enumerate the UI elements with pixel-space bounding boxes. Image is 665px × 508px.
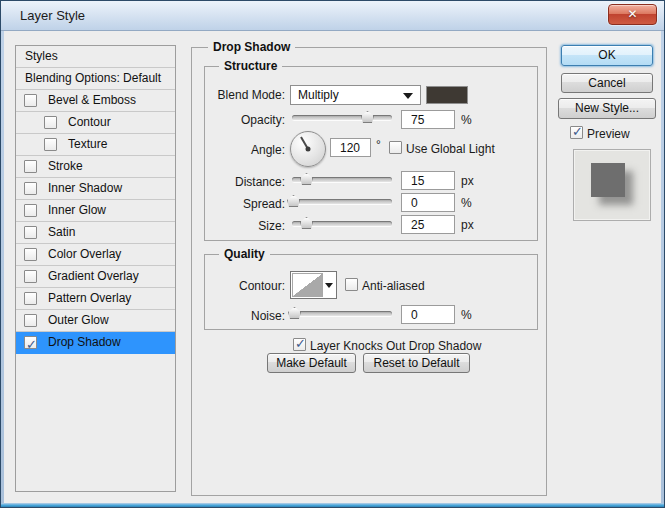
preview-thumbnail: [573, 149, 651, 221]
cancel-button[interactable]: Cancel: [561, 73, 653, 93]
noise-input[interactable]: [401, 305, 455, 324]
sidebar-item-styles[interactable]: Styles: [16, 46, 175, 68]
styles-list: StylesBlending Options: DefaultBevel & E…: [15, 45, 176, 492]
sidebar-item-color-overlay[interactable]: Color Overlay: [16, 244, 175, 266]
sidebar-item-label: Contour: [68, 115, 111, 129]
size-slider-thumb[interactable]: [300, 217, 313, 229]
style-checkbox[interactable]: [24, 182, 37, 195]
sidebar-item-bevel-emboss[interactable]: Bevel & Emboss: [16, 90, 175, 112]
sidebar-item-label: Pattern Overlay: [48, 291, 131, 305]
style-checkbox[interactable]: [24, 292, 37, 305]
use-global-light-label: Use Global Light: [406, 142, 495, 156]
new-style-button[interactable]: New Style...: [558, 98, 656, 119]
title-bar[interactable]: Layer Style ✕: [1, 1, 664, 31]
opacity-slider-track[interactable]: [292, 115, 392, 120]
window-title: Layer Style: [20, 8, 85, 23]
sidebar-item-pattern-overlay[interactable]: Pattern Overlay: [16, 288, 175, 310]
sidebar-item-label: Inner Shadow: [48, 181, 122, 195]
distance-slider-thumb[interactable]: [300, 173, 313, 185]
angle-input[interactable]: [330, 138, 371, 157]
sidebar-item-label: Styles: [25, 49, 58, 63]
spread-slider-thumb[interactable]: [287, 195, 300, 207]
sidebar-item-outer-glow[interactable]: Outer Glow: [16, 310, 175, 332]
style-checkbox[interactable]: [24, 248, 37, 261]
style-checkbox[interactable]: [24, 270, 37, 283]
sidebar-item-gradient-overlay[interactable]: Gradient Overlay: [16, 266, 175, 288]
quality-group: Quality Contour: Anti-aliased Noise: %: [204, 254, 538, 330]
distance-unit: px: [461, 174, 474, 188]
opacity-label: Opacity:: [205, 113, 285, 127]
drop-shadow-group-title: Drop Shadow: [208, 40, 295, 54]
sidebar-item-label: Stroke: [48, 159, 83, 173]
layer-knocks-out-checkbox[interactable]: [293, 338, 306, 351]
sidebar-item-label: Inner Glow: [48, 203, 106, 217]
blend-mode-select[interactable]: Multiply: [290, 85, 421, 105]
style-checkbox[interactable]: [44, 116, 57, 129]
anti-aliased-checkbox[interactable]: [345, 278, 358, 291]
blend-mode-value: Multiply: [298, 88, 339, 102]
reset-to-default-button[interactable]: Reset to Default: [363, 353, 470, 373]
close-icon: ✕: [627, 7, 637, 21]
opacity-input[interactable]: [401, 110, 455, 129]
spread-slider[interactable]: [292, 194, 392, 208]
preview-checkbox[interactable]: [570, 126, 583, 139]
sidebar-item-label: Satin: [48, 225, 75, 239]
style-checkbox[interactable]: [24, 204, 37, 217]
window-frame-right: [661, 31, 664, 507]
layer-knocks-out-label: Layer Knocks Out Drop Shadow: [310, 339, 481, 353]
distance-input[interactable]: [401, 171, 455, 190]
style-checkbox[interactable]: [24, 226, 37, 239]
sidebar-item-texture[interactable]: Texture: [16, 134, 175, 156]
sidebar-item-label: Color Overlay: [48, 247, 121, 261]
make-default-button[interactable]: Make Default: [267, 353, 356, 373]
sidebar-item-label: Outer Glow: [48, 313, 109, 327]
contour-picker[interactable]: [290, 271, 337, 299]
use-global-light-checkbox[interactable]: [389, 141, 402, 154]
noise-slider-thumb[interactable]: [288, 307, 301, 319]
contour-dropdown-arrow-icon: [325, 283, 333, 288]
preview-shadow-square: [591, 163, 625, 197]
sidebar-item-label: Gradient Overlay: [48, 269, 139, 283]
sidebar-item-inner-shadow[interactable]: Inner Shadow: [16, 178, 175, 200]
sidebar-item-inner-glow[interactable]: Inner Glow: [16, 200, 175, 222]
style-checkbox[interactable]: [24, 314, 37, 327]
angle-unit: °: [376, 138, 381, 152]
noise-slider-track[interactable]: [292, 311, 392, 316]
opacity-slider[interactable]: [292, 110, 392, 124]
blend-mode-label: Blend Mode:: [205, 88, 285, 102]
anti-aliased-label: Anti-aliased: [362, 279, 425, 293]
distance-slider[interactable]: [292, 172, 392, 186]
sidebar-item-label: Bevel & Emboss: [48, 93, 136, 107]
angle-label: Angle:: [205, 143, 285, 157]
opacity-slider-thumb[interactable]: [361, 111, 374, 123]
sidebar-item-contour[interactable]: Contour: [16, 112, 175, 134]
style-checkbox[interactable]: [24, 336, 37, 349]
contour-thumbnail: [292, 273, 323, 297]
spread-input[interactable]: [401, 193, 455, 212]
opacity-unit: %: [461, 113, 472, 127]
sidebar-item-blending-options-default[interactable]: Blending Options: Default: [16, 68, 175, 90]
sidebar-item-label: Blending Options: Default: [25, 71, 161, 85]
style-checkbox[interactable]: [24, 94, 37, 107]
size-input[interactable]: [401, 215, 455, 234]
close-button[interactable]: ✕: [608, 4, 657, 25]
layer-style-dialog: Layer Style ✕ StylesBlending Options: De…: [0, 0, 665, 508]
spread-slider-track[interactable]: [292, 199, 392, 204]
angle-dial[interactable]: [290, 131, 326, 167]
spread-unit: %: [461, 196, 472, 210]
dropdown-arrow-icon: [403, 93, 413, 99]
sidebar-item-stroke[interactable]: Stroke: [16, 156, 175, 178]
noise-slider[interactable]: [292, 306, 392, 320]
shadow-color-swatch[interactable]: [426, 86, 468, 104]
angle-hub: [306, 147, 311, 152]
size-label: Size:: [205, 219, 285, 233]
style-checkbox[interactable]: [44, 138, 57, 151]
quality-group-title: Quality: [219, 247, 270, 261]
sidebar-item-label: Drop Shadow: [48, 335, 121, 349]
ok-button[interactable]: OK: [561, 45, 653, 66]
style-checkbox[interactable]: [24, 160, 37, 173]
size-slider[interactable]: [292, 216, 392, 230]
sidebar-item-satin[interactable]: Satin: [16, 222, 175, 244]
window-frame-bottom: [1, 503, 664, 507]
sidebar-item-drop-shadow[interactable]: Drop Shadow: [16, 332, 175, 354]
